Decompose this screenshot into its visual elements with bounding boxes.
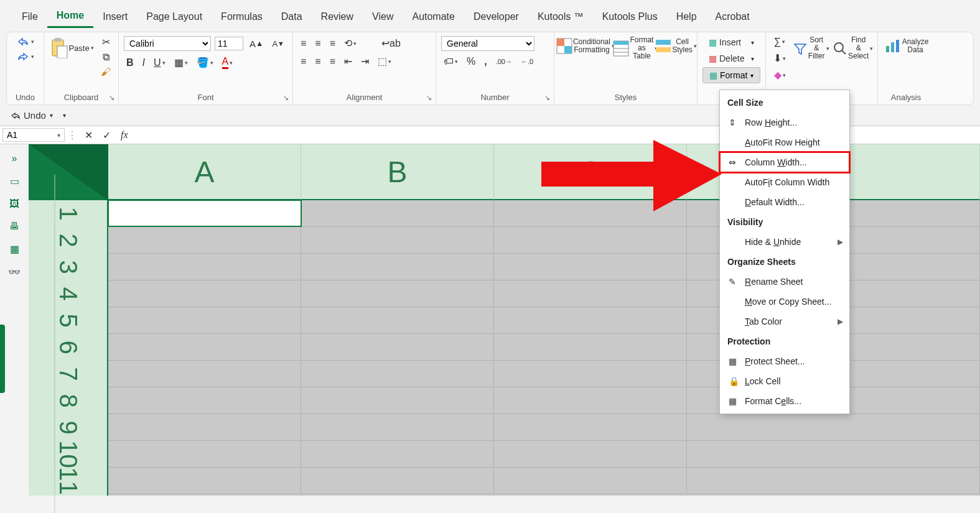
decrease-indent-button[interactable]: ⇤ (342, 54, 355, 68)
menu-autofit-row[interactable]: AutoFit Row Height (720, 132, 849, 152)
column-header-a[interactable]: A (108, 144, 301, 200)
menu-column-width[interactable]: ⇔Column Width... (720, 152, 849, 172)
tab-insert[interactable]: Insert (93, 6, 137, 27)
sidebar-table-button[interactable]: ▦ (7, 242, 22, 256)
font-launcher[interactable]: ↘ (283, 94, 289, 102)
increase-indent-button[interactable]: ⇥ (358, 54, 371, 68)
underline-button[interactable]: U (151, 56, 168, 70)
expand-nav-button[interactable]: » (9, 152, 20, 165)
conditional-formatting-button[interactable]: Conditional Formatting (559, 35, 611, 57)
cell-a1[interactable] (108, 200, 301, 226)
tab-view[interactable]: View (363, 6, 403, 27)
tab-help[interactable]: Help (667, 6, 706, 27)
paste-button[interactable]: Paste (49, 35, 95, 61)
copy-button[interactable]: ⧉ (100, 50, 112, 64)
tab-home[interactable]: Home (47, 5, 93, 28)
sidebar-image-button[interactable]: 🖼 (7, 197, 22, 211)
tab-kutoolsplus[interactable]: Kutools Plus (593, 6, 667, 27)
cut-button[interactable]: ✂ (100, 35, 113, 49)
comma-button[interactable]: , (482, 55, 489, 68)
column-header-b[interactable]: B (301, 144, 494, 200)
name-box[interactable]: A1▾ (2, 128, 65, 142)
sort-filter-button[interactable]: Sort & Filter (792, 35, 829, 62)
menu-move-copy[interactable]: Move or Copy Sheet... (720, 292, 849, 312)
menu-format-cells[interactable]: ▦Format Cells... (720, 391, 849, 411)
align-right-button[interactable]: ≡ (327, 55, 338, 68)
analyze-data-button[interactable]: Analyze Data (883, 35, 929, 57)
cell-styles-button[interactable]: Cell Styles (660, 35, 692, 57)
tab-formulas[interactable]: Formulas (212, 6, 272, 27)
menu-hide-unhide[interactable]: Hide & Unhide▶ (720, 232, 849, 252)
lock-icon: 🔒 (729, 376, 739, 386)
tab-review[interactable]: Review (312, 6, 363, 27)
borders-button[interactable]: ▦ (172, 55, 190, 70)
increase-font-button[interactable]: A▲ (247, 37, 266, 50)
align-middle-button[interactable]: ≡ (312, 37, 323, 50)
align-center-button[interactable]: ≡ (312, 55, 323, 68)
row-header[interactable]: 11 (55, 442, 82, 514)
format-painter-button[interactable]: 🖌 (98, 65, 113, 79)
sidebar-print-button[interactable]: 🖶 (7, 220, 22, 233)
accounting-format-button[interactable]: 🏷 (441, 55, 460, 68)
italic-button[interactable]: I (140, 56, 147, 70)
menu-rename-sheet[interactable]: ✎Rename Sheet (720, 272, 849, 292)
format-cells-icon: ▦ (729, 396, 739, 406)
wrap-text-button[interactable]: ↩ab (379, 36, 403, 50)
alignment-launcher[interactable]: ↘ (426, 94, 432, 102)
fill-color-button[interactable]: 🪣 (194, 55, 216, 70)
find-select-button[interactable]: Find & Select (833, 35, 872, 62)
menu-lock-cell[interactable]: 🔒Lock Cell (720, 371, 849, 391)
autosum-button[interactable]: ∑ (772, 35, 788, 49)
svg-rect-4 (557, 39, 564, 46)
tab-file[interactable]: File (12, 6, 47, 27)
font-size-input[interactable] (215, 37, 243, 50)
collapsed-pane-tab[interactable] (0, 325, 5, 393)
number-format-select[interactable]: General (441, 36, 534, 51)
tab-kutools[interactable]: Kutools ™ (528, 6, 593, 27)
align-bottom-button[interactable]: ≡ (327, 37, 338, 50)
insert-function-button[interactable]: fx (118, 128, 131, 142)
font-name-select[interactable]: Calibri (124, 36, 211, 51)
redo-button[interactable] (14, 50, 37, 63)
decrease-font-button[interactable]: A▼ (269, 38, 286, 50)
align-left-button[interactable]: ≡ (298, 55, 309, 68)
decrease-decimal-button[interactable]: ←.0 (518, 57, 536, 67)
group-font-label: Font (124, 91, 287, 103)
tab-developer[interactable]: Developer (464, 6, 528, 27)
menu-autofit-column[interactable]: AutoFit Column Width (720, 172, 849, 192)
fill-down-icon: ⬇ (773, 52, 782, 64)
number-launcher[interactable]: ↘ (544, 94, 550, 102)
qat-customize-button[interactable]: ▾ (60, 111, 68, 120)
sidebar-find-button[interactable]: 👓 (6, 265, 23, 279)
undo-button[interactable] (14, 35, 37, 49)
align-top-button[interactable]: ≡ (298, 37, 309, 50)
clear-button[interactable]: ◆ (772, 68, 788, 82)
bold-button[interactable]: B (124, 56, 136, 70)
clipboard-launcher[interactable]: ↘ (109, 94, 114, 102)
column-width-icon: ⇔ (729, 157, 739, 167)
menu-protect-sheet[interactable]: ▦Protect Sheet... (720, 351, 849, 371)
orientation-button[interactable]: ⟲ (342, 36, 359, 50)
font-color-button[interactable]: A (220, 55, 236, 70)
percent-button[interactable]: % (464, 55, 478, 68)
tab-pagelayout[interactable]: Page Layout (137, 6, 212, 27)
menu-tab-color[interactable]: Tab Color▶ (720, 312, 849, 331)
merge-button[interactable]: ⬚ (375, 54, 394, 68)
format-cells-button[interactable]: ▦Format▾ (702, 67, 760, 83)
fill-button[interactable]: ⬇ (771, 51, 788, 65)
delete-cells-button[interactable]: ▦Delete▾ (702, 51, 760, 66)
menu-header-protection: Protection (720, 331, 849, 351)
tab-automate[interactable]: Automate (403, 6, 464, 27)
increase-decimal-button[interactable]: .00→ (493, 57, 515, 67)
format-as-table-button[interactable]: Format as Table (615, 35, 656, 62)
tab-data[interactable]: Data (272, 6, 312, 27)
qat-undo-button[interactable]: Undo ▾ (7, 109, 55, 122)
insert-cells-button[interactable]: ▦Insert▾ (702, 35, 760, 50)
enter-formula-button[interactable]: ✓ (100, 128, 113, 142)
redo-icon (16, 51, 30, 62)
cancel-formula-button[interactable]: ✕ (82, 128, 95, 142)
tab-acrobat[interactable]: Acrobat (706, 6, 759, 27)
menu-row-height[interactable]: ⇕Row Height... (720, 113, 849, 132)
menu-default-width[interactable]: Default Width... (720, 192, 849, 212)
sidebar-panel-button[interactable]: ▭ (7, 174, 22, 188)
